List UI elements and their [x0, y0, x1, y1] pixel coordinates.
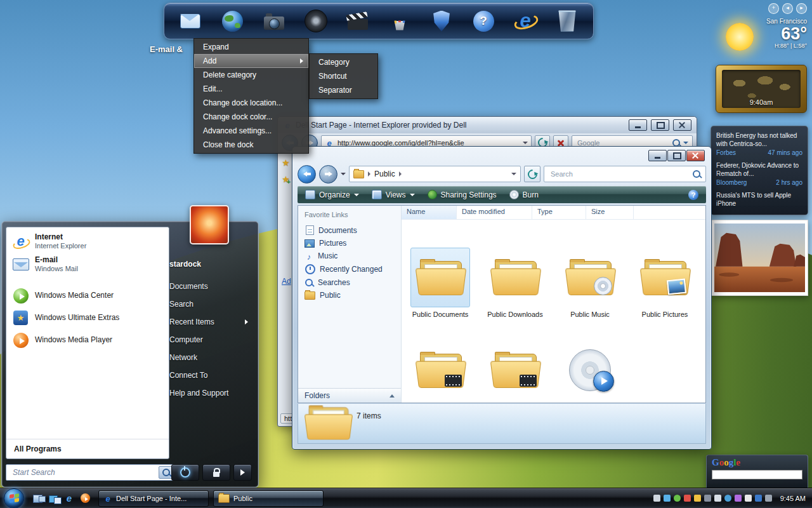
tray-icon[interactable] — [684, 495, 691, 502]
news-headline[interactable]: British Energy has not talked with Centr… — [716, 131, 802, 148]
start-item-windows-media-center[interactable]: Windows Media Center — [6, 284, 169, 307]
dock-item-security[interactable] — [426, 6, 457, 36]
next-page-button[interactable]: ▸ — [796, 3, 807, 14]
start-item-computer[interactable]: Computer — [169, 331, 254, 349]
tray-icon[interactable] — [735, 495, 742, 502]
start-button[interactable] — [4, 488, 24, 508]
breadcrumb[interactable]: Public — [349, 166, 521, 182]
favorite-link-documents[interactable]: Documents — [298, 224, 401, 237]
tray-icon[interactable] — [724, 495, 731, 502]
close-button[interactable] — [673, 119, 691, 131]
news-story[interactable]: British Energy has not talked with Centr… — [716, 131, 802, 156]
tray-icon[interactable] — [704, 495, 711, 502]
column-size[interactable]: Size — [586, 206, 634, 219]
favorites-star-icon[interactable] — [281, 157, 291, 168]
taskbar-task-public[interactable]: Public — [213, 490, 324, 507]
minimize-button[interactable] — [629, 119, 647, 131]
menu-item-edit[interactable]: Edit... — [194, 82, 308, 96]
breadcrumb-location[interactable]: Public — [374, 170, 395, 178]
refresh-button[interactable] — [524, 166, 540, 182]
tray-icon[interactable] — [664, 495, 671, 502]
tray-icon[interactable] — [694, 495, 701, 502]
photo-gadget[interactable] — [711, 220, 808, 296]
chevron-down-icon[interactable] — [683, 142, 688, 144]
menu-item-close-the-dock[interactable]: Close the dock — [194, 138, 308, 152]
dock-item-internet-explorer[interactable] — [510, 6, 540, 36]
help-button[interactable] — [688, 190, 698, 200]
start-item-windows-media-player[interactable]: Windows Media Player — [6, 329, 169, 351]
google-search-input[interactable] — [712, 470, 802, 479]
start-item-help-and-support[interactable]: Help and Support — [169, 384, 254, 402]
explorer-search-input[interactable] — [549, 170, 689, 178]
column-type[interactable]: Type — [532, 206, 586, 219]
dock-item-help[interactable] — [468, 6, 499, 36]
favorite-link-recently-changed[interactable]: Recently Changed — [298, 262, 401, 276]
favorite-link-pictures[interactable]: Pictures — [298, 237, 401, 250]
maximize-button[interactable] — [651, 119, 669, 131]
start-search-input[interactable] — [11, 467, 156, 478]
menu-item-advanced-settings[interactable]: Advanced settings... — [194, 124, 308, 138]
submenu-item-category[interactable]: Category — [310, 55, 377, 69]
weather-gadget[interactable]: San Francisco 63° H:88° | L:58° — [726, 18, 807, 51]
tray-icon[interactable] — [714, 495, 721, 502]
taskbar-task-ie[interactable]: Dell Start Page - Inte... — [98, 490, 209, 507]
tray-icon[interactable] — [674, 495, 681, 502]
news-headline[interactable]: Federer, Djokovic Advance to Rematch of.… — [716, 161, 802, 178]
taskbar-clock[interactable]: 9:45 AM — [775, 495, 806, 502]
start-item-internet[interactable]: InternetInternet Explorer — [6, 230, 169, 253]
add-favorite-icon[interactable] — [281, 174, 291, 184]
views-button[interactable]: Views — [372, 190, 415, 199]
news-story[interactable]: Russia's MTS to sell Apple iPhone — [716, 191, 802, 209]
tray-icon[interactable] — [745, 495, 752, 502]
recent-pages-chevron-icon[interactable] — [341, 173, 346, 175]
media-player-quick-launch[interactable] — [79, 493, 91, 504]
menu-item-change-dock-location[interactable]: Change dock location... — [194, 96, 308, 110]
start-item-email[interactable]: E-mailWindows Mail — [6, 253, 169, 276]
start-item-documents[interactable]: Documents — [169, 277, 254, 295]
chevron-right-icon[interactable] — [399, 171, 402, 177]
start-item-connect-to[interactable]: Connect To — [169, 366, 254, 384]
ie-title-bar[interactable]: Dell Start Page - Internet Explorer prov… — [278, 117, 697, 133]
dock-item-recycle-bin[interactable] — [552, 6, 582, 36]
dock-item-email[interactable] — [175, 6, 206, 36]
submenu-item-separator[interactable]: Separator — [310, 83, 377, 97]
explorer-search-box[interactable] — [544, 166, 706, 182]
dock-item-graphics[interactable] — [384, 6, 415, 36]
add-gadget-button[interactable]: + — [768, 3, 779, 14]
menu-item-change-dock-color[interactable]: Change dock color... — [194, 110, 308, 124]
tray-icon[interactable] — [653, 495, 660, 502]
world-clock-gadget[interactable]: 9:40am — [716, 65, 807, 113]
chevron-down-icon[interactable] — [523, 142, 528, 144]
tray-icon[interactable] — [755, 495, 762, 502]
start-item-windows-ultimate-extras[interactable]: Windows Ultimate Extras — [6, 307, 169, 329]
news-story[interactable]: Federer, Djokovic Advance to Rematch of.… — [716, 161, 802, 186]
favorite-link-searches[interactable]: Searches — [298, 276, 401, 289]
file-item[interactable]: Public Pictures — [627, 226, 702, 319]
file-item[interactable]: Public Videos — [403, 319, 478, 403]
file-item[interactable]: Public Documents — [403, 226, 478, 319]
minimize-button[interactable] — [648, 150, 667, 161]
back-button[interactable] — [298, 165, 316, 184]
dock-item-camera[interactable] — [259, 6, 289, 36]
internet-explorer-quick-launch[interactable] — [63, 493, 75, 504]
news-headline[interactable]: Russia's MTS to sell Apple iPhone — [716, 191, 802, 208]
show-desktop-button[interactable] — [32, 493, 43, 504]
column-name[interactable]: Name — [402, 206, 457, 219]
page-link-fragment[interactable]: Ad — [282, 277, 291, 286]
tray-icon[interactable] — [765, 495, 772, 502]
shutdown-options-button[interactable] — [233, 464, 252, 481]
dock-item-video[interactable] — [343, 6, 373, 36]
menu-item-expand[interactable]: Expand — [194, 40, 308, 54]
forward-button[interactable] — [319, 165, 337, 184]
sharing-settings-button[interactable]: Sharing Settings — [428, 190, 497, 199]
dock-item-web[interactable] — [217, 6, 247, 36]
menu-item-delete-category[interactable]: Delete category — [194, 68, 308, 82]
user-name[interactable]: stardock — [169, 257, 254, 277]
start-item-recent-items[interactable]: Recent Items — [169, 313, 254, 331]
favorite-link-music[interactable]: Music — [298, 250, 401, 262]
start-item-search[interactable]: Search — [169, 295, 254, 313]
file-item[interactable]: Recorded TV — [478, 319, 553, 403]
lock-button[interactable] — [202, 464, 230, 481]
file-item[interactable]: Public Music — [553, 226, 627, 319]
folders-expander[interactable]: Folders — [298, 388, 401, 403]
